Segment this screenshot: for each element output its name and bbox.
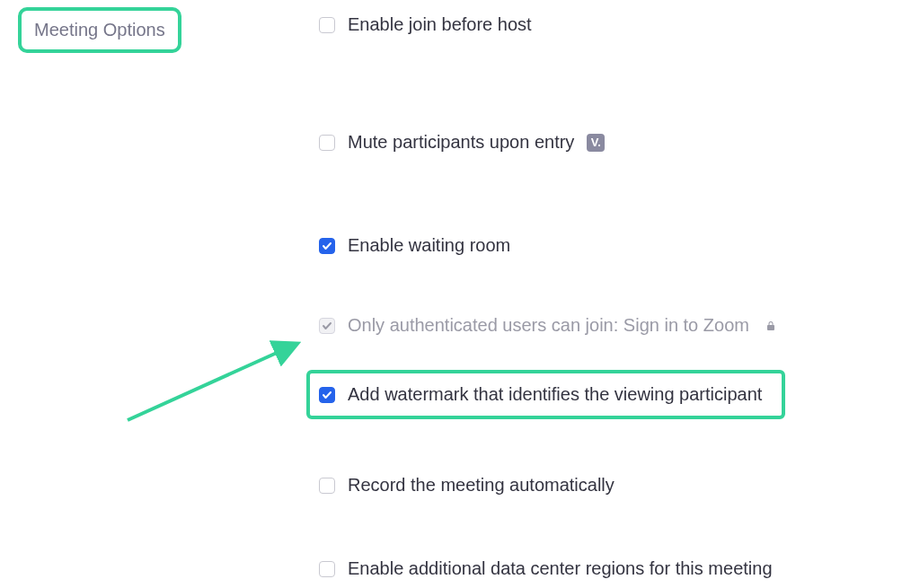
option-label: Enable waiting room xyxy=(348,235,510,256)
meeting-options-list: Enable join before hostMute participants… xyxy=(310,7,785,586)
option-label: Record the meeting automatically xyxy=(348,475,615,496)
option-checkbox[interactable] xyxy=(319,238,335,254)
option-label: Add watermark that identifies the viewin… xyxy=(348,384,762,405)
option-checkbox[interactable] xyxy=(319,478,335,494)
option-label: Mute participants upon entry xyxy=(348,132,574,153)
option-label: Enable join before host xyxy=(348,14,532,35)
svg-line-1 xyxy=(128,345,295,420)
option-checkbox[interactable] xyxy=(319,135,335,151)
option-label: Only authenticated users can join: Sign … xyxy=(348,315,749,336)
option-checkbox[interactable] xyxy=(319,17,335,33)
section-title-meeting-options: Meeting Options xyxy=(18,7,181,53)
option-checkbox[interactable] xyxy=(319,387,335,403)
option-checkbox[interactable] xyxy=(319,561,335,577)
option-checkbox xyxy=(319,318,335,334)
annotation-arrow xyxy=(117,332,305,434)
lock-icon xyxy=(765,320,776,332)
info-badge-icon: V. xyxy=(587,134,605,152)
option-label: Enable additional data center regions fo… xyxy=(348,558,773,579)
